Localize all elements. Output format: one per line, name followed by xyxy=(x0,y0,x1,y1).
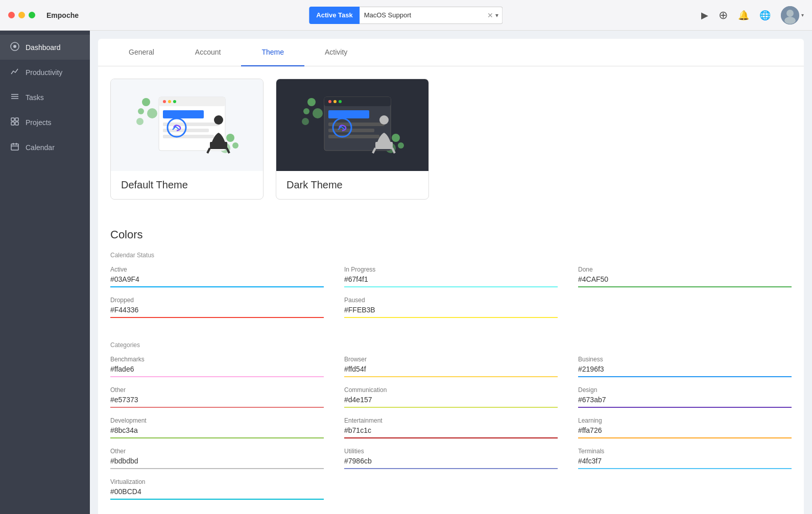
task-input-wrap: ✕ ▾ xyxy=(360,7,503,24)
colors-section: Colors Calendar Status Active #03A9F4 In… xyxy=(98,228,804,514)
tab-activity[interactable]: Activity xyxy=(304,39,368,66)
task-input[interactable] xyxy=(364,11,487,19)
color-item-entertainment: Entertainment #b71c1c xyxy=(344,417,558,438)
color-value-terminals[interactable]: #4fc3f7 xyxy=(578,457,792,469)
color-item-other2: Other #bdbdbd xyxy=(110,448,324,469)
svg-rect-10 xyxy=(11,122,14,125)
color-label-business: Business xyxy=(578,356,792,363)
clear-task-icon[interactable]: ✕ xyxy=(487,11,493,19)
color-label-dropped: Dropped xyxy=(110,297,324,304)
svg-rect-34 xyxy=(210,142,227,149)
color-value-other2[interactable]: #bdbdbd xyxy=(110,457,324,469)
dark-theme-card[interactable]: Dark Theme xyxy=(276,79,429,200)
tab-theme[interactable]: Theme xyxy=(241,39,304,66)
close-window-button[interactable] xyxy=(8,12,15,18)
color-item-done: Done #4CAF50 xyxy=(578,266,792,287)
svg-rect-49 xyxy=(328,110,369,118)
sidebar-item-productivity[interactable]: Productivity xyxy=(0,60,90,85)
task-chevron-icon[interactable]: ▾ xyxy=(495,12,498,19)
svg-point-25 xyxy=(163,100,166,103)
svg-point-46 xyxy=(328,100,331,103)
tab-general[interactable]: General xyxy=(108,39,175,66)
theme-cards: Default Theme xyxy=(110,79,792,200)
color-value-dropped[interactable]: #F44336 xyxy=(110,306,324,318)
svg-rect-50 xyxy=(328,123,385,126)
sidebar-item-projects-label: Projects xyxy=(26,118,52,127)
color-item-browser: Browser #ffd54f xyxy=(344,356,558,377)
titlebar-actions: ▶ ⊕ 🔔 🌐 ▾ xyxy=(701,6,804,25)
svg-rect-55 xyxy=(375,142,393,149)
theme-section: Default Theme xyxy=(98,66,804,228)
color-value-benchmarks[interactable]: #ffade6 xyxy=(110,365,324,377)
color-item-dropped: Dropped #F44336 xyxy=(110,297,324,318)
calendar-icon xyxy=(10,142,19,153)
tabs-bar: General Account Theme Activity xyxy=(98,39,804,66)
svg-rect-28 xyxy=(163,110,204,118)
sidebar-item-projects[interactable]: Projects xyxy=(0,110,90,135)
tasks-icon xyxy=(10,92,19,103)
color-value-learning[interactable]: #ffa726 xyxy=(578,426,792,438)
avatar-chevron-icon[interactable]: ▾ xyxy=(801,12,804,18)
svg-point-37 xyxy=(307,98,316,106)
projects-icon xyxy=(10,117,19,128)
sidebar-item-dashboard-label: Dashboard xyxy=(26,43,61,52)
color-value-active[interactable]: #03A9F4 xyxy=(110,275,324,287)
sidebar-item-dashboard[interactable]: Dashboard xyxy=(0,35,90,60)
color-value-browser[interactable]: #ffd54f xyxy=(344,365,558,377)
color-label-design: Design xyxy=(578,386,792,394)
maximize-window-button[interactable] xyxy=(29,12,35,18)
content-inner: General Account Theme Activity xyxy=(98,39,804,514)
sidebar-item-tasks[interactable]: Tasks xyxy=(0,85,90,110)
svg-point-1 xyxy=(786,10,794,17)
color-label-other1: Other xyxy=(110,386,324,394)
color-label-utilities: Utilities xyxy=(344,448,558,455)
color-value-paused[interactable]: #FFEB3B xyxy=(344,306,558,318)
svg-point-16 xyxy=(142,98,150,106)
color-value-done[interactable]: #4CAF50 xyxy=(578,275,792,287)
color-item-development: Development #8bc34a xyxy=(110,417,324,438)
svg-point-19 xyxy=(136,118,144,125)
color-value-utilities[interactable]: #7986cb xyxy=(344,457,558,469)
color-value-in-progress[interactable]: #67f4f1 xyxy=(344,275,558,287)
color-value-development[interactable]: #8bc34a xyxy=(110,426,324,438)
svg-point-33 xyxy=(214,115,223,125)
dark-theme-label: Dark Theme xyxy=(276,171,428,199)
svg-rect-9 xyxy=(15,118,18,121)
sidebar-item-calendar[interactable]: Calendar xyxy=(0,135,90,160)
color-value-entertainment[interactable]: #b71c1c xyxy=(344,426,558,438)
tab-account[interactable]: Account xyxy=(175,39,242,66)
play-icon[interactable]: ▶ xyxy=(701,10,708,21)
window-controls xyxy=(8,12,35,18)
categories-grid: Benchmarks #ffade6 Browser #ffd54f Busin… xyxy=(110,356,792,509)
default-theme-card[interactable]: Default Theme xyxy=(110,79,264,200)
active-task-button[interactable]: Active Task xyxy=(309,7,360,24)
color-value-design[interactable]: #673ab7 xyxy=(578,396,792,408)
app-name: Empoche xyxy=(46,11,79,19)
add-icon[interactable]: ⊕ xyxy=(719,9,728,22)
svg-rect-29 xyxy=(163,123,219,126)
color-value-other1[interactable]: #e57373 xyxy=(110,396,324,408)
color-item-active: Active #03A9F4 xyxy=(110,266,324,287)
titlebar: Empoche Active Task ✕ ▾ ▶ ⊕ 🔔 🌐 ▾ xyxy=(0,0,812,31)
user-avatar-wrap[interactable]: ▾ xyxy=(781,6,804,25)
default-theme-label: Default Theme xyxy=(111,171,263,199)
color-value-virtualization[interactable]: #00BCD4 xyxy=(110,487,324,500)
svg-point-42 xyxy=(398,142,404,149)
color-value-communication[interactable]: #d4e157 xyxy=(344,396,558,408)
color-item-terminals: Terminals #4fc3f7 xyxy=(578,448,792,469)
svg-rect-8 xyxy=(11,118,14,121)
svg-point-40 xyxy=(302,118,309,125)
color-item-learning: Learning #ffa726 xyxy=(578,417,792,438)
notifications-icon[interactable]: 🔔 xyxy=(738,10,749,21)
settings-icon[interactable]: 🌐 xyxy=(759,10,771,21)
color-label-other2: Other xyxy=(110,448,324,455)
svg-point-21 xyxy=(232,142,238,149)
default-theme-preview xyxy=(111,79,263,171)
minimize-window-button[interactable] xyxy=(18,12,25,18)
color-value-business[interactable]: #2196f3 xyxy=(578,365,792,377)
color-label-entertainment: Entertainment xyxy=(344,417,558,424)
svg-rect-11 xyxy=(15,122,18,125)
color-label-paused: Paused xyxy=(344,297,558,304)
svg-point-27 xyxy=(173,100,176,103)
color-item-in-progress: In Progress #67f4f1 xyxy=(344,266,558,287)
